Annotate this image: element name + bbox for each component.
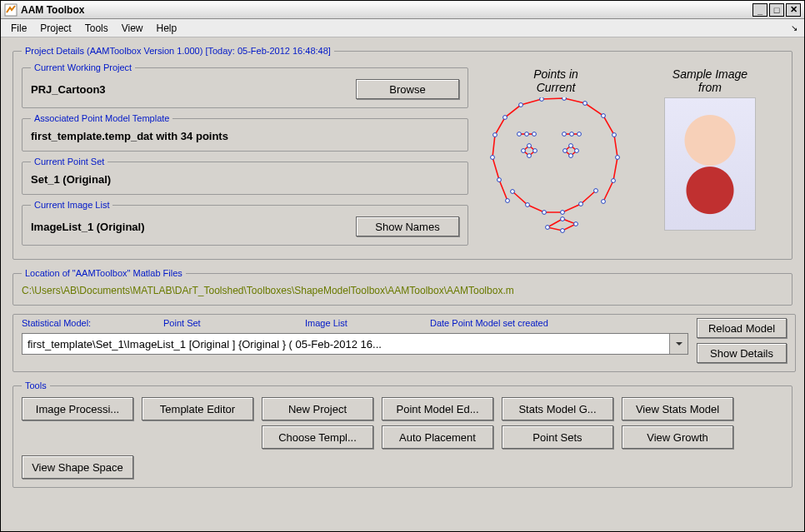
stats-model-g-button[interactable]: Stats Model G... (502, 397, 613, 420)
reload-model-button[interactable]: Reload Model (697, 318, 787, 338)
svg-point-35 (533, 149, 538, 153)
show-details-button[interactable]: Show Details (697, 343, 787, 363)
sample-caption: Sample Image from (652, 67, 768, 94)
maximize-button[interactable]: □ (769, 3, 784, 17)
svg-point-14 (602, 200, 606, 204)
svg-point-6 (519, 103, 523, 107)
menu-view[interactable]: View (115, 20, 150, 37)
stat-header: Statistical Model: Point Set Image List … (22, 318, 688, 328)
tools-legend: Tools (22, 380, 50, 390)
cps-legend: Current Point Set (31, 157, 108, 167)
svg-point-20 (594, 189, 598, 193)
svg-point-39 (569, 144, 573, 148)
svg-point-3 (491, 156, 495, 160)
svg-point-40 (575, 149, 579, 153)
svg-point-11 (612, 133, 617, 137)
menu-project[interactable]: Project (33, 20, 78, 37)
svg-point-34 (528, 144, 532, 148)
svg-point-38 (563, 149, 568, 153)
svg-point-8 (562, 97, 567, 100)
cil-value: ImageList_1 (Original) (31, 221, 349, 233)
svg-point-23 (561, 229, 565, 233)
stat-model-combo[interactable]: first_template\Set_1\ImageList_1 [Origin… (22, 333, 688, 355)
minimize-button[interactable]: _ (752, 3, 768, 17)
cwp-group: Current Working Project PRJ_Cartoon3 Bro… (22, 62, 468, 108)
view-shape-space-button[interactable]: View Shape Space (22, 455, 133, 479)
svg-point-2 (498, 178, 502, 182)
new-project-button[interactable]: New Project (262, 397, 373, 420)
point-sets-button[interactable]: Point Sets (502, 425, 613, 449)
svg-point-30 (570, 132, 574, 137)
stat-model-group: Statistical Model: Point Set Image List … (12, 314, 796, 372)
points-plot (481, 97, 631, 247)
svg-point-33 (522, 149, 526, 153)
apmt-value: first_template.temp_dat with 34 points (31, 130, 228, 142)
svg-point-24 (574, 222, 578, 226)
svg-point-4 (493, 133, 498, 137)
menu-help[interactable]: Help (150, 20, 184, 37)
svg-point-10 (602, 114, 606, 118)
svg-point-1 (506, 199, 510, 203)
app-window: AAM Toolbox _ □ ✕ File Project Tools Vie… (0, 0, 805, 532)
image-processing-button[interactable]: Image Processi... (22, 397, 133, 420)
location-group: Location of "AAMToolbox" Matlab Files C:… (12, 268, 792, 306)
svg-point-15 (511, 190, 515, 194)
apmt-group: Associated Point Model Template first_te… (22, 113, 468, 152)
location-path: C:\Users\AB\Documents\MATLAB\DArT_Toolsh… (22, 285, 783, 296)
cil-legend: Current Image List (31, 200, 112, 210)
view-stats-model-button[interactable]: View Stats Model (622, 397, 733, 420)
template-editor-button[interactable]: Template Editor (142, 397, 253, 420)
svg-point-13 (612, 179, 616, 183)
points-preview: Points in Current (477, 67, 635, 250)
auto-placement-button[interactable]: Auto Placement (382, 425, 493, 449)
svg-point-9 (583, 102, 588, 106)
sample-preview: Sample Image from (652, 67, 768, 231)
svg-point-28 (532, 132, 537, 137)
svg-point-22 (546, 226, 550, 230)
menubar: File Project Tools View Help ↘ (1, 19, 804, 37)
sample-image (664, 97, 756, 231)
window-buttons: _ □ ✕ (751, 3, 801, 17)
titlebar: AAM Toolbox _ □ ✕ (1, 1, 804, 19)
points-caption: Points in Current (477, 67, 635, 94)
cwp-value: PRJ_Cartoon3 (31, 83, 349, 96)
svg-point-41 (569, 154, 573, 158)
svg-point-25 (561, 217, 565, 221)
project-details-group: Project Details (AAMToolbox Version 1.00… (12, 46, 792, 260)
cps-group: Current Point Set Set_1 (Original) (22, 157, 468, 195)
close-button[interactable]: ✕ (786, 3, 801, 17)
point-model-editor-button[interactable]: Point Model Ed... (382, 397, 493, 420)
stat-lbl-date: Date Point Model set created (430, 318, 613, 328)
browse-button[interactable]: Browse (356, 79, 459, 99)
chevron-down-icon[interactable] (669, 334, 688, 354)
choose-template-button[interactable]: Choose Templ... (262, 425, 373, 449)
svg-point-19 (579, 202, 583, 206)
svg-point-36 (528, 154, 532, 158)
stat-lbl-imagelist: Image List (305, 318, 430, 328)
svg-point-26 (518, 132, 522, 137)
toolbar-corner-icon[interactable]: ↘ (788, 22, 801, 34)
cps-value: Set_1 (Original) (31, 173, 111, 186)
svg-point-16 (526, 203, 530, 207)
view-growth-button[interactable]: View Growth (622, 425, 733, 449)
app-icon (4, 3, 18, 17)
cil-group: Current Image List ImageList_1 (Original… (22, 200, 468, 246)
svg-point-18 (561, 211, 565, 215)
menu-file[interactable]: File (4, 20, 33, 37)
svg-point-27 (525, 132, 529, 137)
svg-point-12 (616, 156, 620, 160)
cwp-legend: Current Working Project (31, 62, 135, 72)
stat-model-value: first_template\Set_1\ImageList_1 [Origin… (22, 336, 669, 352)
svg-point-17 (542, 211, 547, 215)
tools-group: Tools Image Processi... Template Editor … (12, 380, 792, 488)
stat-side-buttons: Reload Model Show Details (697, 318, 787, 363)
svg-point-29 (562, 132, 567, 137)
svg-point-31 (578, 132, 582, 137)
stat-lbl-pointset: Point Set (163, 318, 305, 328)
menu-tools[interactable]: Tools (78, 20, 115, 37)
svg-point-7 (540, 97, 544, 101)
window-title: AAM Toolbox (21, 4, 751, 16)
show-names-button[interactable]: Show Names (356, 216, 459, 236)
svg-point-5 (503, 116, 508, 120)
project-details-legend: Project Details (AAMToolbox Version 1.00… (22, 46, 334, 56)
